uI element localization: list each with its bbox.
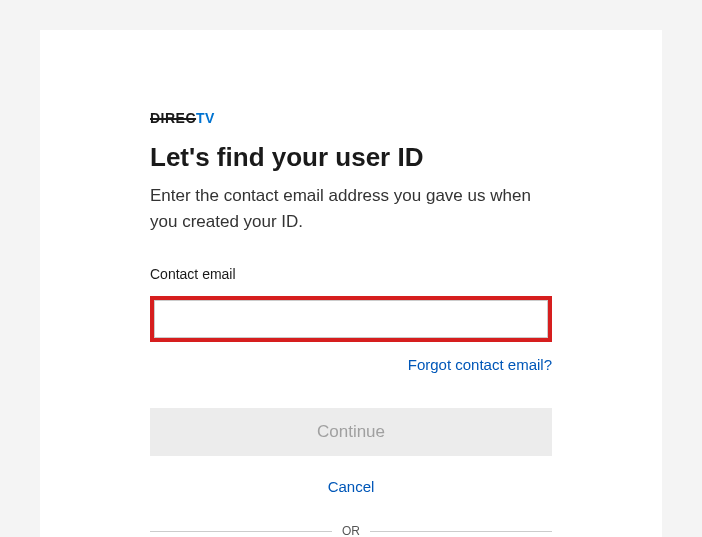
forgot-link-row: Forgot contact email? (150, 356, 552, 374)
logo-part-direc: DIREC (150, 110, 196, 126)
forgot-contact-email-link[interactable]: Forgot contact email? (408, 356, 552, 373)
email-label: Contact email (150, 266, 552, 282)
cancel-link[interactable]: Cancel (328, 478, 375, 495)
divider-line-right (370, 531, 552, 532)
logo-part-tv: TV (196, 110, 215, 126)
directv-logo: DIRECTV (150, 110, 552, 126)
divider-line-left (150, 531, 332, 532)
or-divider: OR (150, 524, 552, 537)
page-title: Let's find your user ID (150, 142, 552, 173)
continue-button[interactable]: Continue (150, 408, 552, 456)
email-input-highlight (150, 296, 552, 342)
cancel-row: Cancel (150, 478, 552, 496)
email-input[interactable] (154, 300, 548, 338)
divider-text: OR (342, 524, 360, 537)
page-subtitle: Enter the contact email address you gave… (150, 183, 552, 234)
login-card: DIRECTV Let's find your user ID Enter th… (40, 30, 662, 537)
